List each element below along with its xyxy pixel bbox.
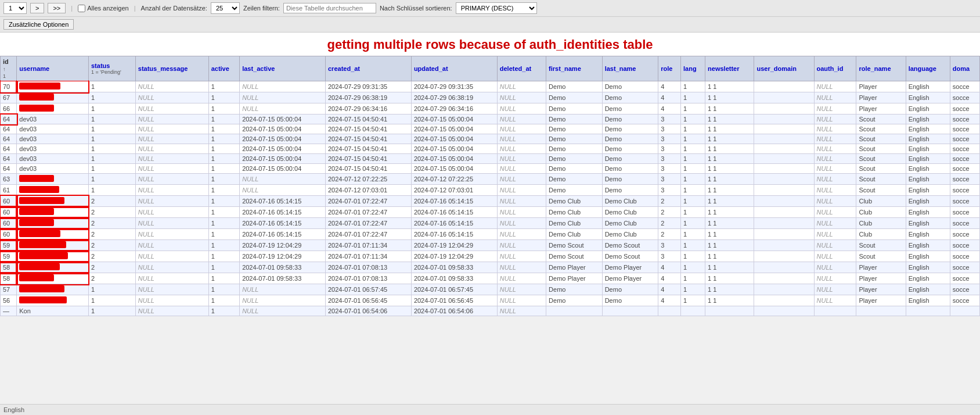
row-count-label: Anzahl der Datensätze:	[141, 5, 207, 12]
table-cell: Demo Scout	[546, 251, 603, 262]
show-all-label[interactable]: Alles anzeigen	[78, 5, 129, 12]
table-cell	[17, 251, 89, 262]
table-cell: Demo	[546, 164, 603, 174]
table-cell: Demo Scout	[602, 240, 658, 251]
table-cell: 1	[208, 154, 239, 164]
table-cell: 1	[681, 295, 705, 306]
table-cell	[856, 306, 906, 316]
table-cell: NULL	[497, 92, 546, 103]
col-username[interactable]: username	[17, 56, 89, 81]
table-cell: NULL	[135, 164, 208, 174]
data-table-container: id↑1 username status1 = 'Pending' status…	[0, 56, 980, 316]
table-cell: English	[906, 251, 950, 262]
col-last-active[interactable]: last_active	[240, 56, 326, 81]
col-role[interactable]: role	[658, 56, 681, 81]
table-cell: socce	[950, 185, 979, 196]
table-cell: Demo Club	[602, 207, 658, 218]
table-cell: 1	[681, 115, 705, 124]
table-cell: Scout	[856, 251, 906, 262]
table-cell: Demo Scout	[546, 240, 603, 251]
table-cell: 60	[1, 218, 17, 229]
col-last-name[interactable]: last_name	[602, 56, 658, 81]
table-cell: 2	[658, 218, 681, 229]
table-cell: 2	[658, 207, 681, 218]
col-active[interactable]: active	[208, 56, 239, 81]
table-cell: Scout	[856, 185, 906, 196]
table-cell: 2024-07-01 09:58:33	[240, 262, 326, 273]
table-cell: 1	[681, 218, 705, 229]
table-cell: Demo Player	[602, 273, 658, 284]
sort-select[interactable]: PRIMARY (DESC) PRIMARY (ASC)	[456, 2, 537, 14]
table-cell	[17, 284, 89, 295]
show-all-checkbox[interactable]	[78, 5, 85, 12]
last-page-button[interactable]: >>	[48, 3, 66, 13]
table-cell: 58	[1, 262, 17, 273]
table-row: 582NULL12024-07-01 09:58:332024-07-01 07…	[1, 273, 980, 284]
col-status[interactable]: status1 = 'Pending'	[88, 56, 135, 81]
col-doma[interactable]: doma	[950, 56, 979, 81]
table-row: 592NULL12024-07-19 12:04:292024-07-01 07…	[1, 240, 980, 251]
table-cell: English	[906, 185, 950, 196]
page-select[interactable]: 1	[3, 2, 27, 14]
table-row: —Kon1NULL1NULL2024-07-01 06:54:062024-07…	[1, 306, 980, 316]
table-cell: NULL	[135, 218, 208, 229]
table-cell: Demo Club	[602, 218, 658, 229]
table-cell: 1	[208, 251, 239, 262]
table-cell: NULL	[497, 185, 546, 196]
table-cell: NULL	[135, 262, 208, 273]
col-language[interactable]: language	[906, 56, 950, 81]
table-cell	[17, 103, 89, 115]
table-cell: 3	[658, 240, 681, 251]
col-lang[interactable]: lang	[681, 56, 705, 81]
table-cell: Demo	[602, 284, 658, 295]
col-status-message[interactable]: status_message	[135, 56, 208, 81]
table-cell: 1 1	[705, 144, 754, 154]
table-cell: 1	[681, 284, 705, 295]
col-deleted-at[interactable]: deleted_at	[497, 56, 546, 81]
table-row: 561NULL1NULL2024-07-01 06:56:452024-07-0…	[1, 295, 980, 306]
table-cell: 1	[681, 196, 705, 207]
table-cell: 1	[88, 306, 135, 316]
table-row: 631NULL1NULL2024-07-12 07:22:252024-07-1…	[1, 174, 980, 185]
table-cell: socce	[950, 134, 979, 144]
row-count-select[interactable]: 25 50 100	[211, 2, 240, 14]
col-updated-at[interactable]: updated_at	[411, 56, 497, 81]
table-cell: socce	[950, 207, 979, 218]
table-cell: 1	[208, 103, 239, 115]
table-cell	[814, 306, 856, 316]
table-cell	[754, 185, 814, 196]
table-cell: 1	[681, 103, 705, 115]
table-row: 64dev031NULL12024-07-15 05:00:042024-07-…	[1, 144, 980, 154]
table-cell: Demo	[546, 144, 603, 154]
search-input[interactable]	[283, 3, 376, 13]
extra-options-button[interactable]: Zusätzliche Optionen	[3, 19, 74, 30]
table-cell: 2024-07-15 05:00:04	[411, 154, 497, 164]
table-cell: Demo	[546, 124, 603, 134]
table-cell: 2024-07-15 04:50:41	[326, 144, 412, 154]
col-user-domain[interactable]: user_domain	[754, 56, 814, 81]
table-cell: 58	[1, 273, 17, 284]
table-cell: 64	[1, 164, 17, 174]
table-cell: NULL	[240, 306, 326, 316]
table-cell: NULL	[497, 251, 546, 262]
next-page-button[interactable]: >	[30, 3, 44, 13]
data-table: id↑1 username status1 = 'Pending' status…	[0, 56, 980, 316]
table-cell: 2024-07-01 09:58:33	[240, 273, 326, 284]
table-cell	[950, 306, 979, 316]
table-cell: 1 1	[705, 262, 754, 273]
redacted-username	[19, 186, 59, 193]
table-cell: 1	[88, 134, 135, 144]
table-cell: 4	[658, 103, 681, 115]
col-role-name[interactable]: role_name	[856, 56, 906, 81]
table-cell: 1	[88, 185, 135, 196]
table-cell: Player	[856, 284, 906, 295]
col-first-name[interactable]: first_name	[546, 56, 603, 81]
table-cell: 64	[1, 124, 17, 134]
table-cell: 2024-07-01 07:08:13	[326, 262, 412, 273]
table-cell: NULL	[497, 174, 546, 185]
col-created-at[interactable]: created_at	[326, 56, 412, 81]
col-id[interactable]: id↑1	[1, 56, 17, 81]
table-cell	[17, 218, 89, 229]
col-newsletter[interactable]: newsletter	[705, 56, 754, 81]
col-oauth-id[interactable]: oauth_id	[814, 56, 856, 81]
